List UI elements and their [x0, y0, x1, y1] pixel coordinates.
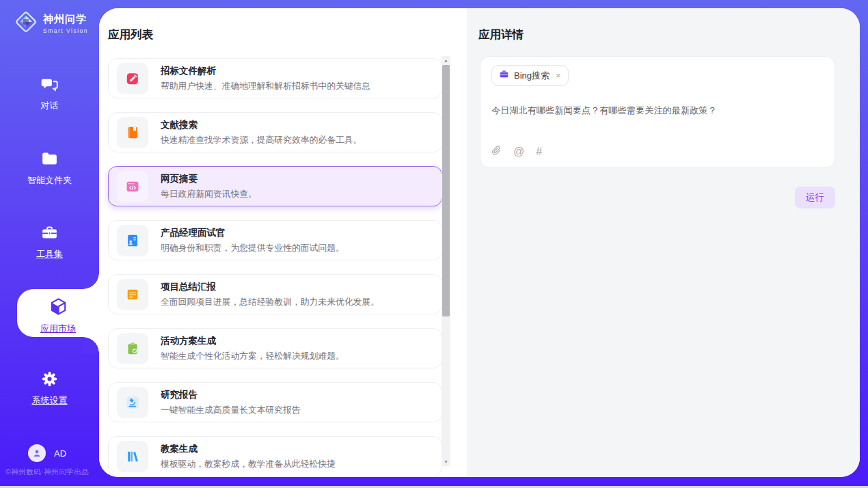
sidebar-item-app-market-active[interactable]: 应用市场 — [17, 289, 99, 337]
sidebar-item-label: 工具集 — [0, 248, 99, 260]
app-card-list: 招标文件解析 帮助用户快速、准确地理解和解析招标书中的关键信息 文献搜索 快速精… — [108, 58, 442, 476]
chat-icon — [40, 84, 59, 96]
toolbox-icon — [40, 232, 59, 244]
app-card-pm-interviewer[interactable]: 产品经理面试官 明确身份和职责，为您提供专业性的面试问题。 — [108, 220, 442, 260]
app-desc: 全面回顾项目进展，总结经验教训，助力未来优化发展。 — [161, 297, 379, 308]
app-desc: 明确身份和职责，为您提供专业性的面试问题。 — [161, 243, 344, 254]
app-list-title: 应用列表 — [108, 27, 153, 42]
sidebar: 神州问学 Smart Vision 对话 智能文件夹 — [0, 0, 99, 488]
brand-logo: 神州问学 Smart Vision — [14, 10, 88, 37]
hash-icon[interactable]: # — [536, 146, 542, 157]
brand-name: 神州问学 — [43, 13, 87, 25]
app-desc: 模板驱动，教案秒成，教学准备从此轻松快捷 — [161, 459, 336, 470]
app-name: 活动方案生成 — [161, 335, 344, 347]
app-desc: 智能生成个性化活动方案，轻松解决规划难题。 — [161, 351, 344, 362]
app-name: 研究报告 — [161, 389, 301, 401]
microscope-icon — [117, 387, 148, 418]
app-card-research-report[interactable]: 研究报告 一键智能生成高质量长文本研究报告 — [108, 382, 442, 422]
browser-code-icon — [117, 171, 148, 202]
app-card-literature-search[interactable]: 文献搜索 快速精准查找学术资源，提高研究效率的必备工具。 — [108, 112, 442, 152]
chip-close-icon[interactable]: × — [556, 70, 561, 81]
main-content: 应用列表 招标文件解析 帮助用户快速、准确地理解和解析招标书中的关键信息 — [99, 8, 860, 477]
at-mention-icon[interactable]: @ — [513, 146, 524, 157]
avatar — [28, 444, 46, 462]
app-name: 网页摘要 — [161, 173, 257, 185]
copyright-text: ©神州数码·神州问学出品 — [5, 467, 89, 477]
app-card-event-plan[interactable]: 活动方案生成 智能生成个性化活动方案，轻松解决规划难题。 — [108, 328, 442, 368]
user-name: AD — [54, 448, 66, 459]
gear-icon — [40, 379, 59, 390]
composer-toolbar: @ # — [491, 144, 542, 159]
sidebar-item-label: 智能文件夹 — [0, 174, 99, 187]
sidebar-item-chat[interactable]: 对话 — [0, 75, 99, 112]
sidebar-item-label: 系统设置 — [0, 394, 99, 407]
tool-chip-label: Bing搜索 — [514, 70, 550, 82]
list-scrollbar[interactable]: ▲ ▼ — [442, 56, 450, 466]
prompt-input-card[interactable]: Bing搜索 × 今日湖北有哪些新闻要点？有哪些需要关注的最新政策？ @ # — [480, 56, 835, 168]
app-desc: 一键智能生成高质量长文本研究报告 — [161, 405, 301, 416]
paperclip-icon[interactable] — [491, 144, 502, 159]
note-icon — [117, 279, 148, 310]
app-card-project-summary[interactable]: 项目总结汇报 全面回顾项目进展，总结经验教训，助力未来优化发展。 — [108, 274, 442, 314]
app-name: 项目总结汇报 — [161, 281, 379, 293]
app-name: 招标文件解析 — [161, 65, 370, 77]
sidebar-item-toolset[interactable]: 工具集 — [0, 223, 99, 260]
run-row: 运行 — [480, 187, 835, 208]
user-account[interactable]: AD — [28, 444, 66, 462]
app-list-panel: 应用列表 招标文件解析 帮助用户快速、准确地理解和解析招标书中的关键信息 — [99, 8, 467, 477]
briefcase-icon — [499, 69, 509, 82]
book-icon — [117, 117, 148, 148]
cube-icon — [49, 307, 68, 318]
app-detail-panel: 应用详情 Bing搜索 × 今日湖北有哪些新闻要点？有哪些需要关注的最新政策？ — [467, 8, 860, 477]
scroll-up-arrow[interactable]: ▲ — [442, 56, 450, 65]
query-text[interactable]: 今日湖北有哪些新闻要点？有哪些需要关注的最新政策？ — [491, 105, 824, 117]
app-card-web-summary-selected[interactable]: 网页摘要 每日政府新闻资讯快查。 — [108, 166, 442, 206]
app-desc: 帮助用户快速、准确地理解和解析招标书中的关键信息 — [161, 81, 370, 92]
edit-document-icon — [117, 63, 148, 94]
sidebar-item-label: 应用市场 — [17, 323, 99, 335]
scroll-down-arrow[interactable]: ▼ — [442, 457, 450, 466]
scrollbar-thumb[interactable] — [442, 65, 450, 316]
clipboard-check-icon — [117, 333, 148, 364]
brand-subtitle: Smart Vision — [43, 27, 88, 34]
diamond-logo-icon — [14, 10, 38, 37]
app-desc: 每日政府新闻资讯快查。 — [161, 189, 257, 200]
app-card-lesson-plan[interactable]: 教案生成 模板驱动，教案秒成，教学准备从此轻松快捷 — [108, 436, 442, 476]
app-name: 产品经理面试官 — [161, 227, 344, 239]
app-detail-title: 应用详情 — [478, 27, 524, 42]
sidebar-item-label: 对话 — [0, 100, 99, 112]
sidebar-item-settings[interactable]: 系统设置 — [0, 370, 99, 407]
tool-chip-bing-search[interactable]: Bing搜索 × — [491, 65, 569, 86]
app-desc: 快速精准查找学术资源，提高研究效率的必备工具。 — [161, 135, 362, 146]
sidebar-item-smart-folder[interactable]: 智能文件夹 — [0, 150, 99, 187]
books-icon — [117, 441, 148, 472]
app-name: 教案生成 — [161, 443, 336, 455]
app-name: 文献搜索 — [161, 119, 362, 131]
app-card-bid-analysis[interactable]: 招标文件解析 帮助用户快速、准确地理解和解析招标书中的关键信息 — [108, 58, 442, 98]
folder-icon — [40, 159, 59, 170]
run-button[interactable]: 运行 — [795, 187, 835, 208]
resume-person-icon — [117, 225, 148, 256]
